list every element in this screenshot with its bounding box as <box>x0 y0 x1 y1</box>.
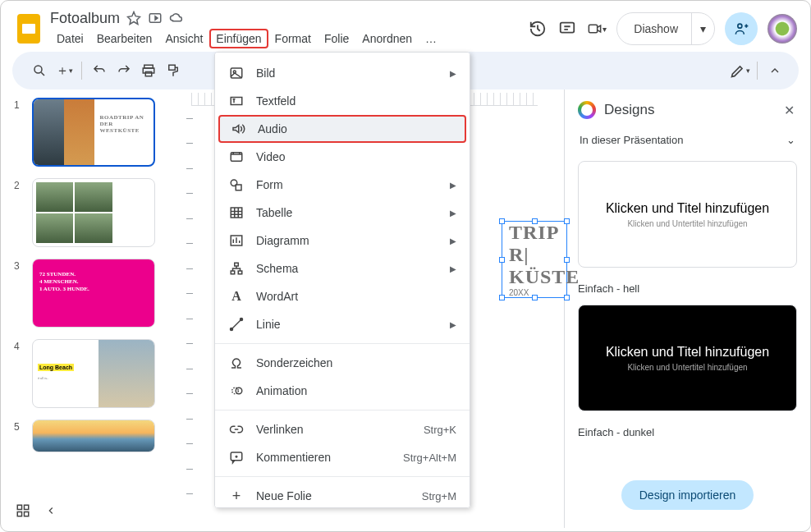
selected-textbox[interactable]: TRIP R| KÜSTE 20XX <box>502 221 567 298</box>
move-icon[interactable] <box>148 11 163 25</box>
menu-…[interactable]: … <box>419 29 443 48</box>
svg-point-5 <box>738 24 742 28</box>
paint-icon[interactable] <box>163 60 184 81</box>
menu-item-tabelle[interactable]: Tabelle▶ <box>215 199 470 227</box>
history-icon[interactable] <box>528 19 548 39</box>
diashow-button[interactable]: Diashow ▾ <box>616 12 715 45</box>
menu-item-neue folie[interactable]: +Neue FolieStrg+M <box>215 482 470 508</box>
menu-folie[interactable]: Folie <box>318 29 355 48</box>
diashow-label: Diashow <box>617 13 691 44</box>
design-label: Einfach - hell <box>578 282 797 295</box>
comment-icon <box>228 449 245 466</box>
menubar: DateiBearbeitenAnsichtEinfügenFormatFoli… <box>50 29 528 48</box>
svg-rect-1 <box>22 24 35 34</box>
slides-logo[interactable] <box>14 14 44 44</box>
menu-einfügen[interactable]: Einfügen <box>209 29 268 48</box>
menu-item-schema[interactable]: Schema▶ <box>215 255 470 282</box>
svg-rect-20 <box>236 185 241 190</box>
palette-icon <box>578 101 596 119</box>
menu-ansicht[interactable]: Ansicht <box>158 29 209 48</box>
chevron-right-icon: ▶ <box>450 320 456 329</box>
design-card-dark[interactable]: Klicken und Titel hinzufügen Klicken und… <box>578 305 797 411</box>
collapse-icon[interactable] <box>764 60 786 81</box>
textbox-line: TRIP <box>509 222 566 244</box>
menu-format[interactable]: Format <box>268 29 318 48</box>
close-icon[interactable]: ✕ <box>781 102 797 118</box>
svg-rect-13 <box>17 512 21 516</box>
menu-item-video[interactable]: Video <box>215 143 470 171</box>
search-icon[interactable] <box>29 60 50 81</box>
schema-icon <box>228 260 245 277</box>
plus-icon: + <box>228 488 245 504</box>
chevron-left-icon[interactable] <box>45 505 57 516</box>
menu-item-audio[interactable]: Audio <box>218 115 466 143</box>
chevron-down-icon: ⌄ <box>786 134 795 146</box>
menu-item-form[interactable]: Form▶ <box>215 171 470 199</box>
menu-item-bild[interactable]: Bild▶ <box>215 59 470 87</box>
svg-rect-12 <box>25 505 29 509</box>
thumb-slide-4[interactable]: Long Beachit all is.. <box>32 339 155 408</box>
cloud-icon[interactable] <box>169 11 184 25</box>
redo-icon[interactable] <box>113 60 135 81</box>
star-icon[interactable] <box>126 11 141 25</box>
chart-icon <box>228 232 245 249</box>
svg-rect-4 <box>589 25 598 33</box>
svg-rect-17 <box>231 98 242 105</box>
chevron-right-icon: ▶ <box>450 69 456 78</box>
add-icon[interactable]: ＋ ▾ <box>53 60 75 81</box>
slide-thumbnails: 1 ROADTRIP AN DER WESTKÜSTE 2 3 72 STUND… <box>1 89 173 528</box>
thumb-slide-5[interactable] <box>32 420 155 452</box>
svg-rect-3 <box>561 23 575 33</box>
video-call-icon[interactable]: ▾ <box>587 19 607 39</box>
grid-view-icon[interactable] <box>16 503 30 518</box>
header-actions: ▾ Diashow ▾ <box>528 12 797 45</box>
undo-icon[interactable] <box>89 60 110 81</box>
video-icon <box>228 149 245 165</box>
pen-icon[interactable]: ▾ <box>729 60 750 81</box>
svg-point-27 <box>241 319 243 321</box>
animation-icon <box>228 383 245 399</box>
menu-datei[interactable]: Datei <box>50 29 90 48</box>
menu-item-verlinken[interactable]: VerlinkenStrg+K <box>215 415 470 443</box>
title-area: Fotoalbum DateiBearbeitenAnsichtEinfügen… <box>50 10 528 48</box>
svg-point-6 <box>34 66 42 73</box>
thumb-slide-3[interactable]: 72 STUNDEN.4 MENSCHEN.1 AUTO. 3 HUNDE. <box>32 259 155 328</box>
menu-item-textfeld[interactable]: Textfeld <box>215 87 470 115</box>
share-button[interactable] <box>725 12 758 45</box>
thumb-number: 1 <box>14 98 24 167</box>
panel-section[interactable]: In dieser Präsentation ⌄ <box>578 129 797 151</box>
menu-bearbeiten[interactable]: Bearbeiten <box>90 29 159 48</box>
doc-title[interactable]: Fotoalbum <box>50 10 120 27</box>
svg-rect-24 <box>231 271 235 274</box>
avatar[interactable] <box>767 14 797 44</box>
panel-title: Designs <box>604 102 772 118</box>
insert-menu-dropdown: Bild▶TextfeldAudioVideoForm▶Tabelle▶Diag… <box>214 52 470 508</box>
svg-point-26 <box>231 328 233 331</box>
import-design-button[interactable]: Design importieren <box>621 480 754 510</box>
shape-icon <box>228 177 245 193</box>
svg-rect-25 <box>238 271 242 274</box>
audio-icon <box>230 121 246 137</box>
svg-rect-21 <box>231 208 242 218</box>
print-icon[interactable] <box>138 60 159 81</box>
link-icon <box>228 421 245 438</box>
thumb-slide-1[interactable]: ROADTRIP AN DER WESTKÜSTE <box>32 98 155 167</box>
line-icon <box>228 316 245 332</box>
svg-rect-14 <box>25 512 29 516</box>
comment-icon[interactable] <box>557 19 577 39</box>
menu-item-kommentieren[interactable]: KommentierenStrg+Alt+M <box>215 443 470 471</box>
menu-item-diagramm[interactable]: Diagramm▶ <box>215 227 470 255</box>
menu-item-animation[interactable]: Animation <box>215 377 470 405</box>
svg-rect-23 <box>235 263 239 266</box>
svg-rect-10 <box>169 65 176 70</box>
image-icon <box>228 65 245 81</box>
design-card-light[interactable]: Klicken und Titel hinzufügen Klicken und… <box>578 161 797 268</box>
thumb-slide-2[interactable] <box>32 178 155 247</box>
svg-rect-11 <box>17 505 21 509</box>
textfield-icon <box>228 93 245 109</box>
menu-item-sonderzeichen[interactable]: Sonderzeichen <box>215 349 470 377</box>
menu-anordnen[interactable]: Anordnen <box>355 29 419 48</box>
menu-item-wordart[interactable]: AWordArt <box>215 282 470 310</box>
menu-item-linie[interactable]: Linie▶ <box>215 310 470 338</box>
chevron-down-icon[interactable]: ▾ <box>691 13 714 44</box>
